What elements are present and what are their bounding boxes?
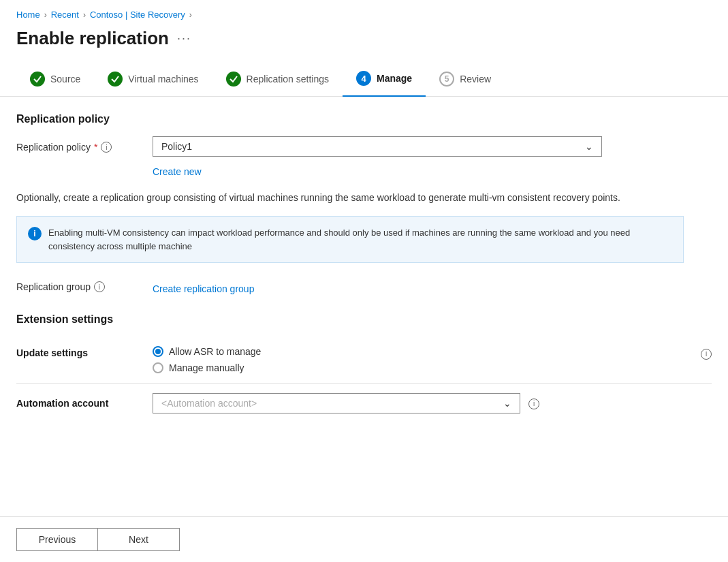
step-virtual-machines[interactable]: Virtual machines [94, 63, 212, 96]
replication-group-row: Replication group i Create replication g… [16, 279, 712, 294]
radio-manage-manually-circle [153, 362, 163, 373]
breadcrumb-current[interactable]: Contoso | Site Recovery [90, 10, 185, 20]
info-banner-text: Enabling multi-VM consistency can impact… [48, 226, 672, 253]
step-rep-label: Replication settings [247, 74, 329, 84]
step-manage[interactable]: 4 Manage [343, 63, 426, 97]
footer: Previous Next [0, 516, 728, 562]
automation-account-placeholder: <Automation account> [161, 398, 257, 409]
step-manage-icon: 4 [356, 71, 371, 86]
description-text: Optionally, create a replication group c… [16, 191, 684, 205]
step-vm-label: Virtual machines [128, 74, 198, 84]
step-review-label: Review [460, 74, 491, 84]
update-settings-info-icon[interactable]: i [701, 349, 712, 360]
automation-account-info: i [528, 397, 539, 409]
automation-account-label: Automation account [16, 398, 153, 409]
step-source[interactable]: Source [16, 63, 94, 96]
step-source-label: Source [50, 74, 80, 84]
page-header: Enable replication ··· [0, 25, 728, 63]
breadcrumb-sep-2: › [83, 10, 86, 20]
breadcrumb-recent[interactable]: Recent [51, 10, 79, 20]
replication-policy-heading: Replication policy [16, 113, 712, 125]
breadcrumb: Home › Recent › Contoso | Site Recovery … [0, 0, 728, 25]
dropdown-chevron-icon: ⌄ [585, 141, 593, 152]
page-menu-button[interactable]: ··· [177, 31, 191, 46]
step-review-icon: 5 [439, 72, 454, 87]
step-manage-label: Manage [377, 73, 412, 84]
automation-account-row: Automation account <Automation account> … [16, 384, 712, 423]
step-replication-settings[interactable]: Replication settings [212, 63, 343, 96]
replication-policy-dropdown[interactable]: Policy1 ⌄ [153, 136, 602, 157]
previous-button[interactable]: Previous [16, 528, 98, 551]
radio-allow-asr-circle [153, 346, 163, 357]
step-vm-icon [108, 72, 123, 87]
breadcrumb-sep-3: › [189, 10, 192, 20]
automation-chevron-icon: ⌄ [503, 398, 511, 409]
main-content: Replication policy Replication policy * … [0, 113, 728, 516]
info-banner: i Enabling multi-VM consistency can impa… [16, 216, 684, 263]
extension-settings-section: Extension settings Update settings Allow… [16, 313, 712, 423]
update-settings-info: i [701, 346, 712, 360]
extension-settings-heading: Extension settings [16, 313, 712, 326]
radio-manage-manually-label: Manage manually [169, 362, 244, 373]
replication-group-info-icon[interactable]: i [94, 281, 105, 292]
update-settings-label: Update settings [16, 346, 153, 358]
step-review[interactable]: 5 Review [426, 63, 505, 96]
radio-allow-asr-label: Allow ASR to manage [169, 346, 261, 357]
automation-account-dropdown[interactable]: <Automation account> ⌄ [153, 393, 520, 413]
info-banner-icon: i [28, 227, 42, 240]
replication-policy-info-icon[interactable]: i [101, 142, 112, 153]
next-button[interactable]: Next [98, 528, 180, 551]
replication-group-label: Replication group i [16, 281, 153, 292]
automation-account-info-icon[interactable]: i [528, 399, 539, 409]
required-star: * [94, 142, 97, 153]
radio-allow-asr-dot [155, 349, 161, 354]
breadcrumb-home[interactable]: Home [16, 10, 40, 20]
create-new-link[interactable]: Create new [153, 166, 202, 177]
breadcrumb-sep-1: › [44, 10, 47, 20]
page-container: Home › Recent › Contoso | Site Recovery … [0, 0, 728, 562]
replication-policy-label: Replication policy * i [16, 136, 153, 153]
update-settings-controls: Allow ASR to manage Manage manually [153, 346, 701, 373]
page-title: Enable replication [16, 28, 169, 49]
update-settings-row: Update settings Allow ASR to manage Mana… [16, 337, 712, 384]
step-rep-icon [226, 72, 241, 87]
radio-allow-asr[interactable]: Allow ASR to manage [153, 346, 701, 357]
steps-nav: Source Virtual machines Replication sett… [0, 63, 728, 97]
replication-policy-value: Policy1 [161, 141, 192, 152]
radio-manage-manually[interactable]: Manage manually [153, 362, 701, 373]
create-replication-group-link[interactable]: Create replication group [153, 283, 254, 294]
replication-policy-row: Replication policy * i Policy1 ⌄ [16, 136, 712, 157]
replication-policy-section: Replication policy Replication policy * … [16, 113, 712, 177]
step-source-icon [30, 72, 45, 87]
